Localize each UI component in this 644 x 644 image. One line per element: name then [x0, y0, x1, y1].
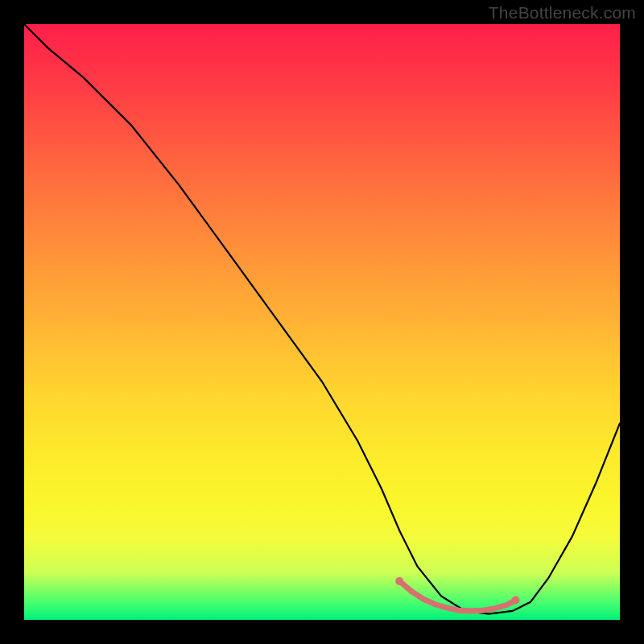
plot-area	[24, 24, 620, 620]
curve-layer	[24, 24, 620, 620]
chart-container: TheBottleneck.com	[0, 0, 644, 644]
optimal-range-endpoint	[395, 577, 403, 585]
optimal-range-dot	[469, 609, 473, 613]
optimal-range-dot	[444, 605, 449, 610]
bottleneck-curve	[24, 24, 620, 614]
watermark-text: TheBottleneck.com	[489, 3, 636, 23]
optimal-range-dot	[493, 606, 497, 611]
optimal-range-endpoint	[512, 597, 520, 605]
optimal-range-dot	[421, 597, 426, 601]
